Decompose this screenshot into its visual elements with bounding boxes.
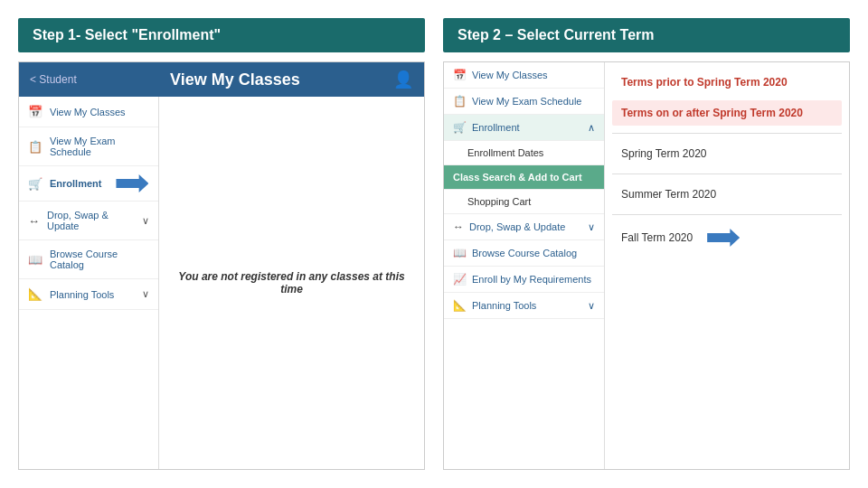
tools-icon2: 📐	[453, 299, 467, 312]
calendar-icon2: 📅	[453, 69, 467, 81]
sidebar-label: Drop, Swap & Update	[47, 210, 135, 231]
user-icon: 👤	[393, 70, 413, 89]
divider	[612, 133, 842, 134]
left-panel: Step 1- Select "Enrollment" < Student Vi…	[18, 18, 425, 470]
rs-view-exam-schedule[interactable]: 📋 View My Exam Schedule	[444, 89, 604, 115]
rs-enroll-requirements[interactable]: 📈 Enroll by My Requirements	[444, 267, 604, 293]
rs-class-search-add-cart[interactable]: Class Search & Add to Cart	[444, 165, 604, 190]
rs-shopping-cart[interactable]: Shopping Cart	[444, 190, 604, 214]
rs-enrollment-dates[interactable]: Enrollment Dates	[444, 141, 604, 165]
sidebar-item-view-my-classes[interactable]: 📅 View My Classes	[19, 97, 158, 127]
step2-header: Step 2 – Select Current Term	[443, 18, 850, 52]
term-label: Terms on or after Spring Term 2020	[621, 107, 803, 119]
step1-header: Step 1- Select "Enrollment"	[18, 18, 425, 52]
sidebar-label: Browse Course Catalog	[50, 249, 149, 270]
rs-label: Shopping Cart	[467, 196, 531, 207]
sidebar-label: View My Classes	[50, 107, 126, 117]
calendar-icon: 📅	[28, 105, 42, 118]
chevron-up-icon: ∧	[588, 122, 595, 134]
chevron-down-icon3: ∨	[588, 221, 595, 233]
enrollment-arrow	[116, 174, 148, 192]
rs-label: Browse Course Catalog	[472, 248, 577, 258]
sidebar-item-planning-tools[interactable]: 📐 Planning Tools ∨	[19, 279, 158, 310]
tools-icon: 📐	[28, 287, 42, 301]
term-spring-2020[interactable]: Spring Term 2020	[612, 141, 842, 166]
chevron-down-icon4: ∨	[588, 300, 595, 312]
sidebar-label: Planning Tools	[50, 289, 114, 300]
term-label: Fall Term 2020	[621, 231, 693, 244]
rs-label: Class Search & Add to Cart	[453, 172, 582, 183]
nav-body: 📅 View My Classes 📋 View My Exam Schedul…	[19, 97, 424, 469]
sidebar-item-view-exam-schedule[interactable]: 📋 View My Exam Schedule	[19, 127, 158, 166]
right-mockup: 📅 View My Classes 📋 View My Exam Schedul…	[443, 61, 850, 470]
rs-label: Drop, Swap & Update	[469, 221, 565, 232]
rs-planning-tools[interactable]: 📐 Planning Tools ∨	[444, 293, 604, 319]
term-summer-2020[interactable]: Summer Term 2020	[612, 182, 842, 207]
term-label: Terms prior to Spring Term 2020	[621, 76, 788, 89]
rs-enrollment[interactable]: 🛒 Enrollment ∧	[444, 115, 604, 141]
sidebar-label: View My Exam Schedule	[50, 136, 149, 157]
no-classes-message: You are not registered in any classes at…	[168, 270, 415, 296]
swap-icon: ↔	[28, 214, 40, 228]
right-panel: Step 2 – Select Current Term 📅 View My C…	[443, 18, 850, 470]
left-mockup: < Student View My Classes 👤 📅 View My Cl…	[18, 61, 425, 470]
rs-label: View My Classes	[472, 70, 548, 80]
term-prior-spring[interactable]: Terms prior to Spring Term 2020	[612, 70, 842, 95]
book-icon2: 📖	[453, 247, 467, 259]
fall-term-arrow	[707, 229, 740, 247]
right-sidebar: 📅 View My Classes 📋 View My Exam Schedul…	[444, 62, 605, 469]
chevron-down-icon2: ∨	[142, 288, 149, 300]
term-selection-panel: Terms prior to Spring Term 2020 Terms on…	[605, 62, 849, 469]
left-sidebar: 📅 View My Classes 📋 View My Exam Schedul…	[19, 97, 159, 469]
swap-icon2: ↔	[453, 221, 464, 233]
term-label: Spring Term 2020	[621, 147, 707, 160]
main-content-area: You are not registered in any classes at…	[159, 97, 424, 469]
sidebar-item-enrollment[interactable]: 🛒 Enrollment	[19, 166, 158, 202]
term-fall-2020[interactable]: Fall Term 2020	[612, 222, 842, 253]
rs-view-my-classes[interactable]: 📅 View My Classes	[444, 62, 604, 89]
chart-icon: 📈	[453, 273, 467, 286]
rs-label: View My Exam Schedule	[472, 96, 581, 107]
nav-title: View My Classes	[77, 70, 393, 89]
rs-label: Enroll by My Requirements	[472, 274, 591, 285]
clipboard-icon2: 📋	[453, 95, 467, 108]
rs-drop-swap[interactable]: ↔ Drop, Swap & Update ∨	[444, 214, 604, 240]
rs-browse-catalog[interactable]: 📖 Browse Course Catalog	[444, 240, 604, 267]
back-link[interactable]: < Student	[30, 73, 77, 86]
sidebar-item-browse-catalog[interactable]: 📖 Browse Course Catalog	[19, 240, 158, 279]
term-label: Summer Term 2020	[621, 188, 716, 201]
rs-label: Planning Tools	[472, 300, 536, 311]
book-icon: 📖	[28, 253, 42, 267]
sidebar-label: Enrollment	[50, 178, 101, 189]
cart-icon: 🛒	[28, 177, 42, 191]
term-on-after-spring[interactable]: Terms on or after Spring Term 2020	[612, 100, 842, 126]
chevron-down-icon: ∨	[142, 215, 149, 227]
rs-label: Enrollment	[472, 122, 520, 133]
sidebar-item-drop-swap[interactable]: ↔ Drop, Swap & Update ∨	[19, 202, 158, 240]
divider3	[612, 214, 842, 215]
divider2	[612, 174, 842, 174]
cart-icon2: 🛒	[453, 121, 467, 134]
nav-header: < Student View My Classes 👤	[19, 62, 424, 97]
clipboard-icon: 📋	[28, 140, 42, 154]
rs-label: Enrollment Dates	[467, 147, 543, 158]
